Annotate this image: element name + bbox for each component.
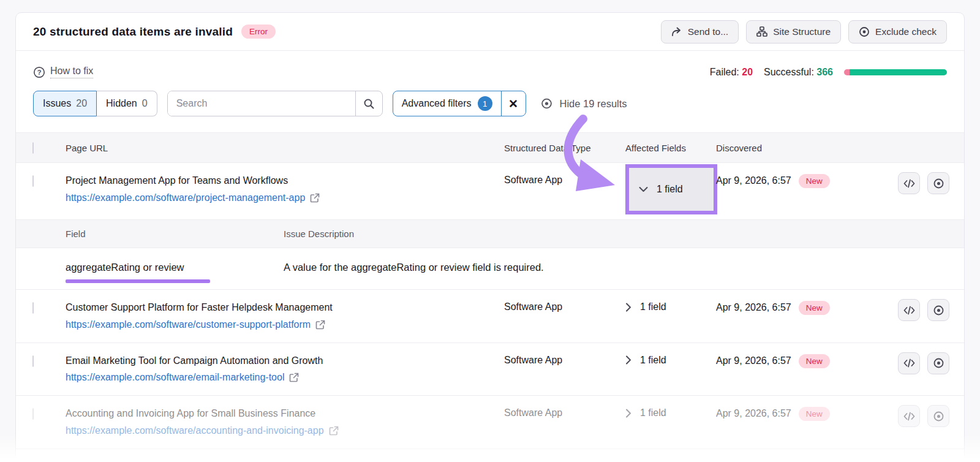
send-to-label: Send to... (688, 26, 728, 37)
structured-data-type: Software App (504, 301, 625, 312)
col-issue-description: Issue Description (284, 229, 964, 239)
hide-results-button[interactable]: Hide 19 results (540, 98, 627, 110)
search-icon[interactable] (355, 91, 382, 116)
eye-icon (540, 98, 554, 109)
external-link-icon (289, 373, 299, 382)
send-to-icon (671, 27, 682, 37)
issue-description-text: A value for the aggregateRating or revie… (284, 262, 964, 273)
site-structure-label: Site Structure (773, 26, 831, 37)
advanced-filters-pill: Advanced filters 1 ✕ (393, 91, 526, 116)
affected-fields-count: 1 field (657, 184, 683, 195)
affected-fields-expander-highlighted[interactable]: 1 field (625, 164, 717, 214)
question-circle-icon: ? (33, 66, 45, 78)
structured-data-type: Software App (504, 174, 625, 186)
close-icon: ✕ (508, 97, 518, 111)
col-affected-fields: Affected Fields (625, 143, 716, 153)
col-page-url: Page URL (66, 143, 504, 153)
site-structure-button[interactable]: Site Structure (746, 20, 841, 44)
view-code-button[interactable] (898, 352, 920, 374)
tab-issues[interactable]: Issues 20 (33, 91, 97, 116)
table-row: Customer Support Platform for Faster Hel… (16, 290, 964, 343)
sub-header: ? How to fix Failed: 20 Successful: 366 (16, 51, 964, 78)
exclude-check-button[interactable]: Exclude check (848, 20, 947, 44)
page-url-link[interactable]: https://example.com/software/project-man… (66, 192, 305, 203)
header-actions: Send to... Site Structure Exclude check (661, 20, 947, 44)
table-row: Email Marketing Tool for Campaign Automa… (16, 343, 964, 396)
row-checkbox[interactable] (32, 408, 34, 420)
detail-header-row: Field Issue Description (16, 220, 964, 248)
site-structure-icon (756, 26, 767, 37)
external-link-icon (315, 320, 325, 330)
failed-count: 20 (742, 67, 753, 77)
chevron-right-icon (625, 303, 631, 312)
structured-data-type: Software App (504, 407, 625, 418)
hide-results-label: Hide 19 results (560, 98, 627, 110)
filter-bar: Issues 20 Hidden 0 Advanced filters 1 ✕ (16, 78, 964, 116)
affected-fields-expander[interactable]: 1 field (625, 301, 716, 312)
chevron-right-icon (625, 355, 631, 365)
hidden-count: 0 (142, 98, 148, 109)
how-to-fix-link[interactable]: ? How to fix (33, 66, 93, 78)
page-url-link[interactable]: https://example.com/software/accounting-… (66, 425, 324, 436)
discovered-date: Apr 9, 2026, 6:57 (716, 301, 791, 313)
new-badge: New (799, 407, 830, 421)
affected-fields-count: 1 field (640, 301, 666, 312)
view-page-eye-button[interactable] (927, 172, 949, 194)
col-discovered: Discovered (716, 143, 964, 153)
search-input[interactable] (168, 91, 355, 116)
how-to-fix-label: How to fix (50, 66, 93, 78)
view-page-eye-button[interactable] (927, 299, 949, 321)
external-link-icon (310, 193, 320, 203)
field-name-underlined: aggregateRating or review (66, 262, 184, 273)
view-code-button[interactable] (898, 405, 920, 427)
external-link-icon (329, 426, 339, 436)
view-page-eye-button[interactable] (927, 405, 949, 427)
successful-stat: Successful: 366 (764, 67, 833, 78)
affected-fields-expander[interactable]: 1 field (625, 407, 716, 418)
discovered-date: Apr 9, 2026, 6:57 (716, 174, 791, 186)
page-title-text: Email Marketing Tool for Campaign Automa… (66, 354, 504, 368)
failed-stat: Failed: 20 (710, 67, 753, 78)
view-code-button[interactable] (898, 299, 920, 321)
row-checkbox[interactable] (32, 355, 34, 367)
card-header: 20 structured data items are invalid Err… (16, 13, 964, 51)
new-badge: New (799, 174, 830, 188)
issue-report-card: 20 structured data items are invalid Err… (15, 12, 965, 462)
select-all-checkbox[interactable] (32, 142, 34, 154)
successful-count: 366 (816, 67, 833, 77)
new-badge: New (799, 301, 830, 315)
row-checkbox[interactable] (32, 175, 34, 187)
page-title-text: Project Management App for Teams and Wor… (66, 174, 504, 187)
search-box (167, 91, 383, 116)
affected-fields-expander[interactable]: 1 field (625, 354, 716, 366)
col-field: Field (66, 229, 284, 239)
discovered-date: Apr 9, 2026, 6:57 (716, 407, 791, 419)
send-to-button[interactable]: Send to... (661, 20, 739, 44)
page-title-text: Customer Support Platform for Faster Hel… (66, 301, 504, 314)
page-url-link[interactable]: https://example.com/software/email-marke… (66, 372, 284, 383)
col-structured-data-type: Structured Data Type (504, 143, 625, 153)
chevron-down-icon (639, 186, 648, 192)
table-header-row: Page URL Structured Data Type Affected F… (16, 132, 964, 163)
table-row: Project Management App for Teams and Wor… (16, 163, 964, 220)
issues-count: 20 (76, 98, 87, 109)
page-url-link[interactable]: https://example.com/software/customer-su… (66, 319, 311, 330)
clear-filters-button[interactable]: ✕ (501, 91, 526, 116)
page-title-text: Accounting and Invoicing App for Small B… (66, 407, 504, 420)
pass-fail-progress-bar (844, 69, 947, 75)
table-row: Accounting and Invoicing App for Small B… (16, 396, 964, 449)
view-page-eye-button[interactable] (927, 352, 949, 374)
advanced-filters-button[interactable]: Advanced filters 1 (393, 91, 501, 116)
check-stats: Failed: 20 Successful: 366 (710, 67, 947, 78)
svg-text:?: ? (37, 69, 42, 76)
exclude-check-icon (859, 26, 870, 37)
new-badge: New (799, 354, 830, 368)
advanced-filters-label: Advanced filters (402, 98, 472, 109)
structured-data-type: Software App (504, 354, 625, 366)
page-title: 20 structured data items are invalid (33, 25, 233, 39)
tab-hidden[interactable]: Hidden 0 (97, 91, 157, 116)
view-code-button[interactable] (898, 172, 920, 194)
affected-fields-count: 1 field (640, 355, 666, 366)
row-checkbox[interactable] (32, 302, 34, 314)
issues-table: Page URL Structured Data Type Affected F… (16, 132, 964, 449)
